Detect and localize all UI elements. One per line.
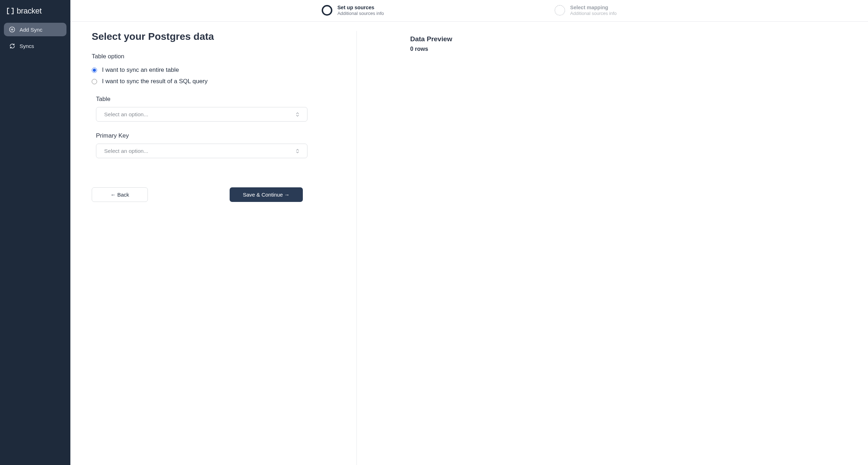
save-continue-button[interactable]: Save & Continue → [230, 187, 303, 202]
bracket-logo-icon [7, 7, 14, 15]
radio-input-sql-query[interactable] [92, 79, 97, 84]
radio-label: I want to sync the result of a SQL query [102, 78, 208, 85]
radio-sync-entire-table[interactable]: I want to sync an entire table [92, 66, 342, 74]
radio-sync-sql-query[interactable]: I want to sync the result of a SQL query [92, 78, 342, 85]
step-title: Set up sources [337, 4, 384, 11]
sidebar: bracket Add Sync Syncs [0, 0, 70, 465]
chevron-up-down-icon [296, 112, 299, 117]
chevron-up-down-icon [296, 149, 299, 154]
main-form-panel: Select your Postgres data Table option I… [92, 31, 357, 465]
sidebar-item-label: Syncs [20, 43, 34, 49]
radio-label: I want to sync an entire table [102, 66, 179, 74]
stepper: Set up sources Additional sources info S… [70, 0, 868, 22]
refresh-icon [9, 43, 15, 49]
sidebar-item-add-sync[interactable]: Add Sync [4, 23, 66, 36]
step-select-mapping[interactable]: Select mapping Additional sources info [554, 4, 617, 16]
radio-input-entire-table[interactable] [92, 68, 97, 73]
brand-name: bracket [17, 6, 42, 16]
step-subtitle: Additional sources info [337, 11, 384, 16]
table-option-label: Table option [92, 53, 342, 60]
select-placeholder: Select an option... [104, 111, 148, 118]
table-select[interactable]: Select an option... [96, 107, 307, 122]
step-title: Select mapping [570, 4, 617, 11]
table-field-label: Table [96, 96, 342, 103]
step-circle-active-icon [322, 5, 332, 16]
step-circle-inactive-icon [554, 5, 565, 16]
select-placeholder: Select an option... [104, 148, 148, 154]
data-preview-title: Data Preview [410, 35, 847, 43]
primary-key-select[interactable]: Select an option... [96, 144, 307, 158]
plus-circle-icon [9, 26, 15, 33]
step-set-up-sources[interactable]: Set up sources Additional sources info [322, 4, 384, 16]
data-preview-row-count: 0 rows [410, 46, 847, 52]
page-title: Select your Postgres data [92, 31, 342, 42]
data-preview-panel: Data Preview 0 rows [357, 31, 847, 465]
step-subtitle: Additional sources info [570, 11, 617, 16]
back-button[interactable]: ← Back [92, 187, 148, 202]
primary-key-field-label: Primary Key [96, 132, 342, 139]
sidebar-item-syncs[interactable]: Syncs [4, 39, 66, 53]
brand-logo: bracket [4, 6, 66, 23]
sidebar-item-label: Add Sync [20, 27, 42, 33]
